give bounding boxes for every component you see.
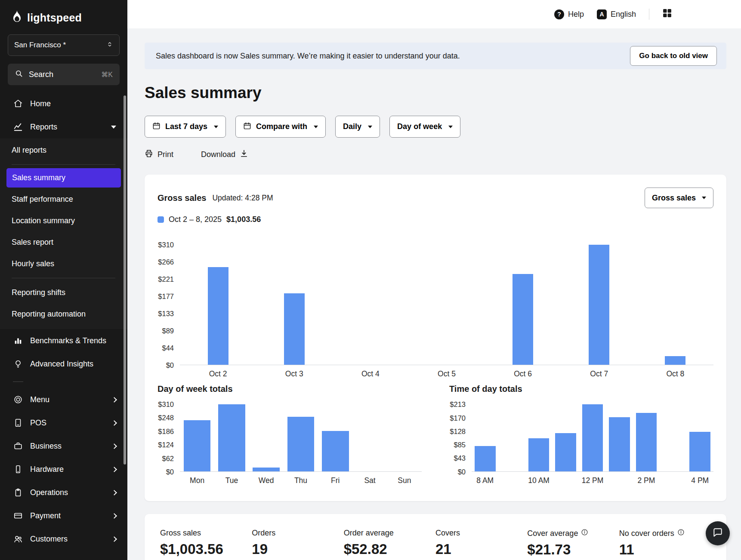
sidebar-item-location-summary[interactable]: Location summary [0, 210, 127, 231]
brand-name: lightspeed [27, 12, 82, 24]
y-tick-label: $124 [158, 441, 174, 449]
language-selector[interactable]: A English [597, 9, 636, 19]
stat-label: Covers [435, 529, 527, 538]
bar-slot: Tue [214, 404, 249, 471]
bar-slot: Mon [180, 404, 214, 471]
divider [12, 278, 115, 278]
bar[interactable] [555, 433, 576, 471]
sidebar-item-sales-report[interactable]: Sales report [0, 231, 127, 253]
up-down-chevrons-icon [106, 40, 113, 51]
location-selector[interactable]: San Francisco * [8, 34, 120, 56]
bar[interactable] [287, 417, 315, 471]
stat-cover-average: Cover average $21.73 [527, 529, 619, 558]
chevron-right-icon [111, 490, 117, 495]
sidebar-item-label: Reports [30, 123, 57, 132]
document-actions: Print Download [145, 149, 726, 160]
bar-slot [552, 404, 579, 471]
page-title: Sales summary [145, 84, 726, 102]
print-button[interactable]: Print [145, 149, 173, 160]
bar[interactable] [589, 245, 609, 365]
sidebar-scrollbar[interactable] [124, 95, 126, 465]
chat-support-button[interactable] [706, 521, 730, 545]
bar[interactable] [582, 404, 603, 471]
metric-selector-label: Gross sales [652, 194, 696, 203]
date-range-label: Last 7 days [165, 122, 207, 131]
metric-selector-dropdown[interactable]: Gross sales [645, 188, 713, 208]
sidebar-item-all-reports[interactable]: All reports [0, 139, 127, 161]
sidebar-item-menu[interactable]: Menu [0, 388, 127, 411]
sidebar-item-hardware[interactable]: Hardware [0, 458, 127, 481]
sub-link-label: Hourly sales [12, 259, 54, 268]
sidebar-item-sales-summary[interactable]: Sales summary [6, 168, 121, 188]
bar[interactable] [636, 413, 657, 471]
bar[interactable] [284, 293, 305, 365]
bar[interactable] [513, 274, 533, 365]
sidebar-item-benchmarks[interactable]: Benchmarks & Trends [0, 329, 127, 352]
sidebar-item-customers[interactable]: Customers [0, 527, 127, 551]
sidebar-item-reporting-automation[interactable]: Reporting automation [0, 303, 127, 325]
y-tick-label: $0 [166, 468, 174, 476]
time-of-day-chart: $213$170$128$85$43$0 8 AM10 AM12 PM2 PM4… [449, 404, 713, 472]
bar-slot [606, 404, 633, 471]
bar-chart-icon [13, 336, 23, 345]
sidebar-item-home[interactable]: Home [0, 92, 127, 115]
sidebar-item-business[interactable]: Business [0, 434, 127, 458]
stat-value: $52.82 [344, 541, 435, 557]
sidebar-item-staff-performance[interactable]: Staff performance [0, 188, 127, 210]
sidebar-item-pos[interactable]: POS [0, 411, 127, 434]
stat-value: 21 [435, 541, 527, 557]
sidebar-item-reporting-shifts[interactable]: Reporting shifts [0, 282, 127, 303]
y-tick-label: $85 [454, 441, 466, 449]
brand-logo[interactable]: lightspeed [0, 0, 127, 34]
sub-link-label: Sales summary [12, 173, 65, 182]
divider [649, 9, 649, 20]
updated-timestamp: Updated: 4:28 PM [212, 194, 273, 203]
chevron-right-icon [111, 443, 117, 449]
sidebar-item-hourly-sales[interactable]: Hourly sales [0, 253, 127, 274]
y-tick-label: $266 [158, 258, 174, 266]
bar[interactable] [528, 438, 550, 471]
bar[interactable] [253, 468, 280, 471]
apps-grid-button[interactable] [662, 8, 672, 20]
bar[interactable] [322, 431, 349, 471]
search-input[interactable]: Search ⌘K [8, 64, 120, 85]
sidebar-item-operations[interactable]: Operations [0, 481, 127, 504]
compare-with-dropdown[interactable]: Compare with [235, 116, 326, 138]
sidebar-item-payment[interactable]: Payment [0, 504, 127, 527]
date-range-dropdown[interactable]: Last 7 days [145, 116, 226, 138]
bar[interactable] [184, 420, 211, 471]
stat-value: 19 [252, 541, 343, 557]
y-tick-label: $0 [458, 468, 466, 476]
bar[interactable] [218, 404, 245, 471]
content: Sales dashboard is now Sales summary. We… [127, 28, 741, 560]
bar-slot: Sat [352, 404, 387, 471]
stat-orders: Orders 19 [252, 529, 343, 558]
stat-label: Orders [252, 529, 343, 538]
x-tick-label: 2 PM [637, 476, 655, 485]
bar[interactable] [689, 432, 710, 471]
help-button[interactable]: ? Help [554, 9, 584, 19]
gross-sales-chart: $310$266$221$177$133$89$44$0 Oct 2Oct 3O… [157, 245, 713, 365]
granularity-dropdown[interactable]: Daily [335, 116, 380, 138]
x-tick-label: Sat [364, 476, 375, 485]
sidebar-item-advanced-insights[interactable]: Advanced Insights [0, 352, 127, 375]
filter-bar: Last 7 days Compare with Daily Day of we… [145, 116, 726, 138]
download-button[interactable]: Download [201, 149, 248, 160]
bar[interactable] [475, 446, 496, 471]
info-icon[interactable] [677, 529, 685, 538]
bar[interactable] [208, 267, 228, 365]
search-label: Search [29, 70, 53, 79]
x-tick-label: Oct 7 [590, 369, 608, 378]
bar[interactable] [665, 356, 685, 365]
sidebar-item-reports[interactable]: Reports [0, 115, 127, 138]
day-of-week-section: Day of week totals $310$248$186$124$62$0… [157, 384, 422, 485]
banner-message: Sales dashboard is now Sales summary. We… [156, 52, 460, 61]
sidebar-item-label: Operations [30, 488, 68, 497]
x-tick-label: Thu [294, 476, 307, 485]
go-back-old-view-button[interactable]: Go back to old view [630, 46, 717, 66]
chevron-down-icon [368, 126, 372, 128]
x-tick-label: Mon [190, 476, 204, 485]
breakdown-dropdown[interactable]: Day of week [389, 116, 460, 138]
bar[interactable] [609, 417, 630, 471]
info-icon[interactable] [581, 529, 588, 538]
